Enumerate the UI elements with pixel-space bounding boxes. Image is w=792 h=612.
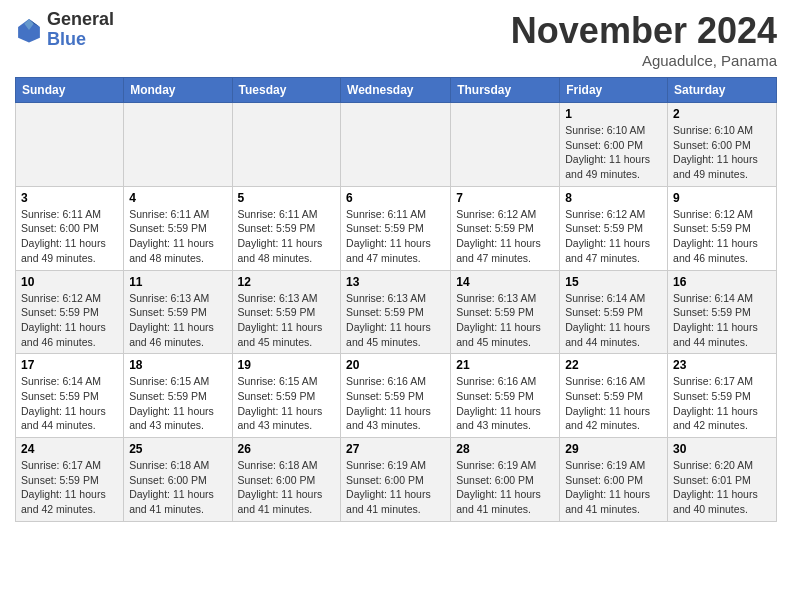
calendar-cell: 20Sunrise: 6:16 AM Sunset: 5:59 PM Dayli… [341,354,451,438]
day-info: Sunrise: 6:10 AM Sunset: 6:00 PM Dayligh… [673,123,771,182]
day-number: 30 [673,442,771,456]
day-number: 21 [456,358,554,372]
week-row-4: 24Sunrise: 6:17 AM Sunset: 5:59 PM Dayli… [16,438,777,522]
calendar-cell: 29Sunrise: 6:19 AM Sunset: 6:00 PM Dayli… [560,438,668,522]
day-number: 23 [673,358,771,372]
calendar-cell: 14Sunrise: 6:13 AM Sunset: 5:59 PM Dayli… [451,270,560,354]
day-info: Sunrise: 6:11 AM Sunset: 5:59 PM Dayligh… [238,207,336,266]
day-number: 18 [129,358,226,372]
week-row-2: 10Sunrise: 6:12 AM Sunset: 5:59 PM Dayli… [16,270,777,354]
day-number: 22 [565,358,662,372]
day-info: Sunrise: 6:13 AM Sunset: 5:59 PM Dayligh… [346,291,445,350]
logo-text: General Blue [47,10,114,50]
calendar-cell [451,103,560,187]
calendar-cell: 25Sunrise: 6:18 AM Sunset: 6:00 PM Dayli… [124,438,232,522]
calendar-cell: 30Sunrise: 6:20 AM Sunset: 6:01 PM Dayli… [668,438,777,522]
month-title: November 2024 [511,10,777,52]
day-info: Sunrise: 6:11 AM Sunset: 6:00 PM Dayligh… [21,207,118,266]
day-info: Sunrise: 6:20 AM Sunset: 6:01 PM Dayligh… [673,458,771,517]
day-info: Sunrise: 6:12 AM Sunset: 5:59 PM Dayligh… [21,291,118,350]
week-row-0: 1Sunrise: 6:10 AM Sunset: 6:00 PM Daylig… [16,103,777,187]
day-number: 24 [21,442,118,456]
day-header-wednesday: Wednesday [341,78,451,103]
day-number: 7 [456,191,554,205]
calendar-cell: 26Sunrise: 6:18 AM Sunset: 6:00 PM Dayli… [232,438,341,522]
day-number: 15 [565,275,662,289]
location: Aguadulce, Panama [511,52,777,69]
day-info: Sunrise: 6:14 AM Sunset: 5:59 PM Dayligh… [673,291,771,350]
week-row-3: 17Sunrise: 6:14 AM Sunset: 5:59 PM Dayli… [16,354,777,438]
calendar-cell: 16Sunrise: 6:14 AM Sunset: 5:59 PM Dayli… [668,270,777,354]
header: General Blue November 2024 Aguadulce, Pa… [15,10,777,69]
calendar-cell: 17Sunrise: 6:14 AM Sunset: 5:59 PM Dayli… [16,354,124,438]
calendar-cell [16,103,124,187]
day-number: 3 [21,191,118,205]
day-number: 28 [456,442,554,456]
day-info: Sunrise: 6:19 AM Sunset: 6:00 PM Dayligh… [346,458,445,517]
day-info: Sunrise: 6:14 AM Sunset: 5:59 PM Dayligh… [21,374,118,433]
logo-general-text: General [47,10,114,30]
calendar-cell: 22Sunrise: 6:16 AM Sunset: 5:59 PM Dayli… [560,354,668,438]
calendar-cell: 23Sunrise: 6:17 AM Sunset: 5:59 PM Dayli… [668,354,777,438]
day-number: 19 [238,358,336,372]
day-number: 1 [565,107,662,121]
calendar-cell [124,103,232,187]
logo-blue-text: Blue [47,30,114,50]
day-number: 5 [238,191,336,205]
day-info: Sunrise: 6:13 AM Sunset: 5:59 PM Dayligh… [129,291,226,350]
day-info: Sunrise: 6:15 AM Sunset: 5:59 PM Dayligh… [129,374,226,433]
calendar-cell [341,103,451,187]
day-info: Sunrise: 6:15 AM Sunset: 5:59 PM Dayligh… [238,374,336,433]
day-info: Sunrise: 6:10 AM Sunset: 6:00 PM Dayligh… [565,123,662,182]
day-number: 25 [129,442,226,456]
calendar-cell: 9Sunrise: 6:12 AM Sunset: 5:59 PM Daylig… [668,186,777,270]
day-info: Sunrise: 6:11 AM Sunset: 5:59 PM Dayligh… [129,207,226,266]
calendar-cell: 11Sunrise: 6:13 AM Sunset: 5:59 PM Dayli… [124,270,232,354]
logo-icon [15,16,43,44]
calendar-cell: 21Sunrise: 6:16 AM Sunset: 5:59 PM Dayli… [451,354,560,438]
day-info: Sunrise: 6:19 AM Sunset: 6:00 PM Dayligh… [565,458,662,517]
day-number: 20 [346,358,445,372]
header-row: SundayMondayTuesdayWednesdayThursdayFrid… [16,78,777,103]
calendar-cell: 3Sunrise: 6:11 AM Sunset: 6:00 PM Daylig… [16,186,124,270]
day-number: 12 [238,275,336,289]
day-header-monday: Monday [124,78,232,103]
calendar-cell: 13Sunrise: 6:13 AM Sunset: 5:59 PM Dayli… [341,270,451,354]
calendar-table: SundayMondayTuesdayWednesdayThursdayFrid… [15,77,777,522]
day-info: Sunrise: 6:13 AM Sunset: 5:59 PM Dayligh… [238,291,336,350]
day-info: Sunrise: 6:18 AM Sunset: 6:00 PM Dayligh… [129,458,226,517]
title-block: November 2024 Aguadulce, Panama [511,10,777,69]
day-info: Sunrise: 6:14 AM Sunset: 5:59 PM Dayligh… [565,291,662,350]
day-info: Sunrise: 6:17 AM Sunset: 5:59 PM Dayligh… [673,374,771,433]
logo: General Blue [15,10,114,50]
calendar-cell: 6Sunrise: 6:11 AM Sunset: 5:59 PM Daylig… [341,186,451,270]
day-header-sunday: Sunday [16,78,124,103]
calendar-cell: 19Sunrise: 6:15 AM Sunset: 5:59 PM Dayli… [232,354,341,438]
calendar-cell: 4Sunrise: 6:11 AM Sunset: 5:59 PM Daylig… [124,186,232,270]
day-header-saturday: Saturday [668,78,777,103]
day-number: 13 [346,275,445,289]
day-info: Sunrise: 6:12 AM Sunset: 5:59 PM Dayligh… [673,207,771,266]
day-info: Sunrise: 6:16 AM Sunset: 5:59 PM Dayligh… [456,374,554,433]
day-number: 4 [129,191,226,205]
calendar-cell [232,103,341,187]
day-number: 2 [673,107,771,121]
day-number: 29 [565,442,662,456]
calendar-cell: 7Sunrise: 6:12 AM Sunset: 5:59 PM Daylig… [451,186,560,270]
calendar-cell: 28Sunrise: 6:19 AM Sunset: 6:00 PM Dayli… [451,438,560,522]
day-info: Sunrise: 6:16 AM Sunset: 5:59 PM Dayligh… [565,374,662,433]
day-header-friday: Friday [560,78,668,103]
calendar-cell: 18Sunrise: 6:15 AM Sunset: 5:59 PM Dayli… [124,354,232,438]
calendar-cell: 5Sunrise: 6:11 AM Sunset: 5:59 PM Daylig… [232,186,341,270]
day-number: 9 [673,191,771,205]
day-number: 27 [346,442,445,456]
day-info: Sunrise: 6:13 AM Sunset: 5:59 PM Dayligh… [456,291,554,350]
calendar-cell: 1Sunrise: 6:10 AM Sunset: 6:00 PM Daylig… [560,103,668,187]
calendar-cell: 27Sunrise: 6:19 AM Sunset: 6:00 PM Dayli… [341,438,451,522]
day-info: Sunrise: 6:16 AM Sunset: 5:59 PM Dayligh… [346,374,445,433]
day-info: Sunrise: 6:12 AM Sunset: 5:59 PM Dayligh… [456,207,554,266]
day-number: 6 [346,191,445,205]
day-number: 14 [456,275,554,289]
day-number: 8 [565,191,662,205]
calendar-cell: 15Sunrise: 6:14 AM Sunset: 5:59 PM Dayli… [560,270,668,354]
